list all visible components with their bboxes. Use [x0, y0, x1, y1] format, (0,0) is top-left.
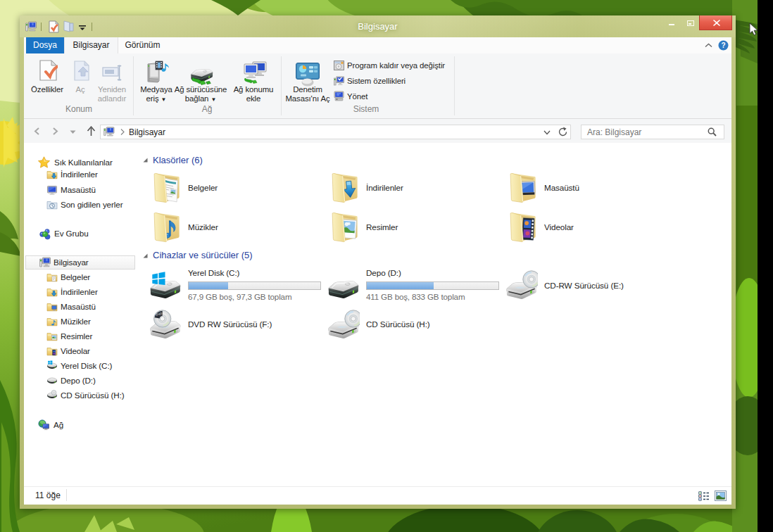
svg-text:?: ? — [721, 42, 725, 49]
